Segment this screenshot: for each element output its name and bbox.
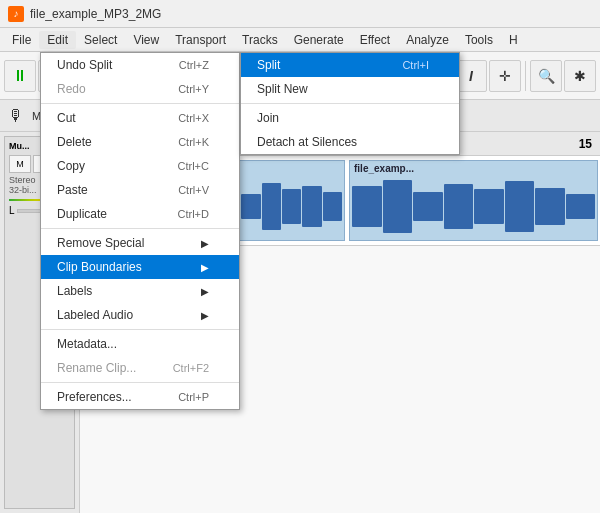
rename-clip-label: Rename Clip... (57, 361, 136, 375)
duplicate-label: Duplicate (57, 207, 107, 221)
app-icon: ♪ (8, 6, 24, 22)
copy-label: Copy (57, 159, 85, 173)
cb-join[interactable]: Join (241, 106, 459, 130)
clip2-label: file_examp... (354, 163, 414, 174)
clip-boundaries-arrow: ▶ (201, 262, 209, 273)
cb-split-new[interactable]: Split New (241, 77, 459, 101)
undo-split-shortcut: Ctrl+Z (179, 59, 209, 71)
multitool-btn[interactable]: ✛ (489, 60, 521, 92)
menu-tracks[interactable]: Tracks (234, 31, 286, 49)
cb-sep1 (241, 103, 459, 104)
edit-menu-dropdown: Undo Split Ctrl+Z Redo Ctrl+Y Cut Ctrl+X… (40, 52, 240, 410)
menu-help[interactable]: H (501, 31, 526, 49)
paste-label: Paste (57, 183, 88, 197)
labeled-audio-arrow: ▶ (201, 310, 209, 321)
mic-icon: 🎙 (8, 107, 24, 125)
labeled-audio-label: Labeled Audio (57, 308, 133, 322)
edit-cut[interactable]: Cut Ctrl+X (41, 106, 239, 130)
pause-btn[interactable]: ⏸ (4, 60, 36, 92)
cb-split[interactable]: Split Ctrl+I (241, 53, 459, 77)
menu-edit[interactable]: Edit (39, 31, 76, 49)
edit-duplicate[interactable]: Duplicate Ctrl+D (41, 202, 239, 226)
delete-shortcut: Ctrl+K (178, 136, 209, 148)
menu-file[interactable]: File (4, 31, 39, 49)
split-shortcut: Ctrl+I (402, 59, 429, 71)
edit-remove-special[interactable]: Remove Special ▶ (41, 231, 239, 255)
redo-label: Redo (57, 82, 86, 96)
undo-split-label: Undo Split (57, 58, 112, 72)
menu-view[interactable]: View (125, 31, 167, 49)
preferences-shortcut: Ctrl+P (178, 391, 209, 403)
edit-delete[interactable]: Delete Ctrl+K (41, 130, 239, 154)
edit-paste[interactable]: Paste Ctrl+V (41, 178, 239, 202)
paste-shortcut: Ctrl+V (178, 184, 209, 196)
cut-shortcut: Ctrl+X (178, 112, 209, 124)
labels-label: Labels (57, 284, 92, 298)
edit-preferences[interactable]: Preferences... Ctrl+P (41, 385, 239, 409)
preferences-label: Preferences... (57, 390, 132, 404)
track-clip-2[interactable]: file_examp... (349, 160, 598, 241)
left-channel-label: L (9, 205, 15, 216)
menu-transport[interactable]: Transport (167, 31, 234, 49)
edit-rename-clip[interactable]: Rename Clip... Ctrl+F2 (41, 356, 239, 380)
join-label: Join (257, 111, 279, 125)
redo-shortcut: Ctrl+Y (178, 83, 209, 95)
zoom-in-btn[interactable]: 🔍 (530, 60, 562, 92)
edit-redo[interactable]: Redo Ctrl+Y (41, 77, 239, 101)
rename-clip-shortcut: Ctrl+F2 (173, 362, 209, 374)
cb-detach[interactable]: Detach at Silences (241, 130, 459, 154)
menu-effect[interactable]: Effect (352, 31, 398, 49)
menu-tools[interactable]: Tools (457, 31, 501, 49)
split-new-label: Split New (257, 82, 308, 96)
title-bar: ♪ file_example_MP3_2MG (0, 0, 600, 28)
sep3 (41, 329, 239, 330)
zoom-tool-btn[interactable]: ✱ (564, 60, 596, 92)
window-title: file_example_MP3_2MG (30, 7, 161, 21)
edit-clip-boundaries[interactable]: Clip Boundaries ▶ (41, 255, 239, 279)
menu-generate[interactable]: Generate (286, 31, 352, 49)
clip-boundaries-submenu: Split Ctrl+I Split New Join Detach at Si… (240, 52, 460, 155)
cut-label: Cut (57, 111, 76, 125)
labels-arrow: ▶ (201, 286, 209, 297)
edit-labels[interactable]: Labels ▶ (41, 279, 239, 303)
ruler-marker: 15 (579, 137, 592, 151)
edit-metadata[interactable]: Metadata... (41, 332, 239, 356)
sep2 (41, 228, 239, 229)
edit-copy[interactable]: Copy Ctrl+C (41, 154, 239, 178)
clip-boundaries-label: Clip Boundaries (57, 260, 142, 274)
remove-special-arrow: ▶ (201, 238, 209, 249)
mute-btn[interactable]: M (9, 155, 31, 173)
metadata-label: Metadata... (57, 337, 117, 351)
track-name-mu: Mu... (9, 141, 30, 151)
detach-label: Detach at Silences (257, 135, 357, 149)
duplicate-shortcut: Ctrl+D (178, 208, 209, 220)
menu-select[interactable]: Select (76, 31, 125, 49)
menu-bar: File Edit Select View Transport Tracks G… (0, 28, 600, 52)
separator3 (525, 61, 526, 91)
edit-labeled-audio[interactable]: Labeled Audio ▶ (41, 303, 239, 327)
menu-analyze[interactable]: Analyze (398, 31, 457, 49)
split-label: Split (257, 58, 280, 72)
remove-special-label: Remove Special (57, 236, 144, 250)
sep4 (41, 382, 239, 383)
delete-label: Delete (57, 135, 92, 149)
edit-undo-split[interactable]: Undo Split Ctrl+Z (41, 53, 239, 77)
sep1 (41, 103, 239, 104)
copy-shortcut: Ctrl+C (178, 160, 209, 172)
